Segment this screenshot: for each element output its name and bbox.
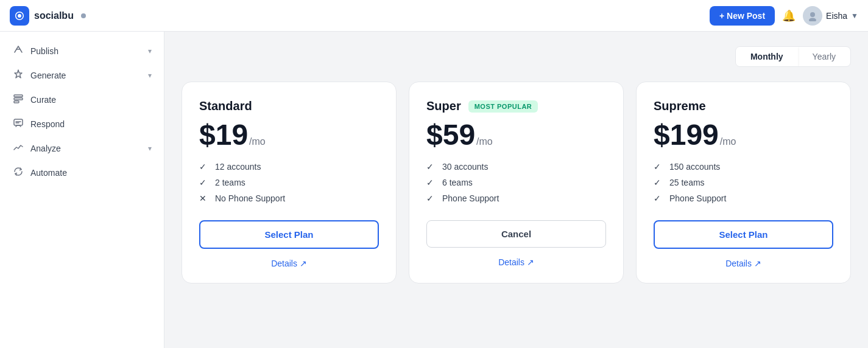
- feature-item-super-2: ✓Phone Support: [426, 193, 606, 203]
- sidebar-item-publish[interactable]: Publish ▾: [0, 39, 164, 63]
- sidebar-item-curate[interactable]: Curate: [0, 88, 164, 112]
- logo-icon: [10, 6, 29, 26]
- new-post-button[interactable]: + New Post: [710, 6, 775, 26]
- feature-item-standard-1: ✓2 teams: [199, 178, 379, 187]
- cta-button-super[interactable]: Cancel: [426, 220, 606, 248]
- sidebar-item-generate[interactable]: Generate ▾: [0, 63, 164, 88]
- plan-header-super: SuperMOST POPULAR: [426, 99, 606, 113]
- sidebar-label-automate: Automate: [30, 168, 152, 178]
- publish-icon: [12, 45, 24, 57]
- feature-item-super-0: ✓30 accounts: [426, 162, 606, 172]
- svg-rect-5: [14, 101, 19, 103]
- check-icon-supreme-1: ✓: [654, 178, 663, 187]
- price-amount-supreme: $199: [654, 120, 719, 150]
- price-amount-super: $59: [426, 120, 475, 150]
- check-icon-standard-1: ✓: [199, 178, 209, 187]
- feature-item-standard-2: ✕No Phone Support: [199, 193, 379, 203]
- svg-rect-4: [14, 98, 23, 100]
- billing-toggle: Monthly Yearly: [182, 46, 851, 67]
- check-icon-supreme-0: ✓: [654, 162, 663, 172]
- plan-name-standard: Standard: [199, 99, 252, 113]
- plan-card-standard: Standard$19/mo✓12 accounts✓2 teams✕No Ph…: [182, 82, 397, 284]
- feature-text-super-0: 30 accounts: [442, 162, 489, 172]
- bell-icon[interactable]: 🔔: [782, 9, 796, 23]
- svg-rect-6: [14, 119, 23, 125]
- plan-header-standard: Standard: [199, 99, 379, 113]
- nav-actions: + New Post 🔔 Eisha ▼: [710, 6, 858, 26]
- check-icon-super-1: ✓: [426, 178, 436, 187]
- sidebar: Publish ▾ Generate ▾ Curate: [0, 32, 164, 348]
- feature-text-super-2: Phone Support: [442, 193, 499, 203]
- plan-header-supreme: Supreme: [654, 99, 833, 113]
- feature-item-super-1: ✓6 teams: [426, 178, 606, 187]
- check-icon-super-0: ✓: [426, 162, 436, 172]
- monthly-toggle-button[interactable]: Monthly: [736, 47, 798, 66]
- price-period-supreme: /mo: [720, 136, 736, 147]
- logo-dot: [81, 13, 86, 18]
- svg-point-2: [809, 18, 816, 21]
- analyze-chevron-icon: ▾: [148, 144, 152, 153]
- price-period-standard: /mo: [249, 136, 266, 147]
- feature-text-super-1: 6 teams: [442, 178, 473, 187]
- check-icon-super-2: ✓: [426, 193, 436, 203]
- sidebar-item-automate[interactable]: Automate: [0, 161, 164, 185]
- sidebar-label-curate: Curate: [30, 95, 152, 105]
- avatar-area[interactable]: Eisha ▼: [803, 6, 858, 26]
- cross-icon-standard-2: ✕: [199, 193, 209, 203]
- feature-item-supreme-1: ✓25 teams: [654, 178, 833, 187]
- sidebar-item-respond[interactable]: Respond: [0, 112, 164, 136]
- most-popular-badge-super: MOST POPULAR: [468, 100, 538, 113]
- content-area: Monthly Yearly Standard$19/mo✓12 account…: [164, 32, 868, 348]
- feature-item-standard-0: ✓12 accounts: [199, 162, 379, 172]
- feature-text-standard-1: 2 teams: [215, 178, 245, 187]
- billing-toggle-group: Monthly Yearly: [735, 46, 851, 67]
- cta-button-supreme[interactable]: Select Plan: [654, 220, 833, 249]
- details-link-supreme[interactable]: Details ↗: [654, 259, 833, 268]
- plan-features-standard: ✓12 accounts✓2 teams✕No Phone Support: [199, 162, 379, 203]
- plan-price-supreme: $199/mo: [654, 120, 833, 150]
- plan-price-standard: $19/mo: [199, 120, 379, 150]
- sidebar-label-respond: Respond: [30, 119, 152, 129]
- analyze-icon: [12, 142, 24, 155]
- plan-card-supreme: Supreme$199/mo✓150 accounts✓25 teams✓Pho…: [636, 82, 851, 284]
- feature-text-standard-2: No Phone Support: [215, 193, 285, 203]
- feature-text-supreme-1: 25 teams: [669, 178, 705, 187]
- plan-name-supreme: Supreme: [654, 99, 706, 113]
- sidebar-label-analyze: Analyze: [30, 144, 142, 153]
- feature-text-supreme-0: 150 accounts: [669, 162, 720, 172]
- topnav: socialbu + New Post 🔔 Eisha ▼: [0, 0, 868, 32]
- svg-rect-3: [14, 95, 23, 97]
- feature-item-supreme-2: ✓Phone Support: [654, 193, 833, 203]
- cta-button-standard[interactable]: Select Plan: [199, 220, 379, 249]
- logo-name: socialbu: [34, 10, 74, 21]
- sidebar-label-publish: Publish: [30, 46, 142, 56]
- check-icon-supreme-2: ✓: [654, 193, 663, 203]
- svg-point-0: [18, 14, 21, 18]
- plans-grid: Standard$19/mo✓12 accounts✓2 teams✕No Ph…: [182, 82, 851, 284]
- plan-name-super: Super: [426, 99, 461, 113]
- curate-icon: [12, 94, 24, 106]
- svg-point-1: [810, 12, 815, 17]
- respond-icon: [12, 118, 24, 130]
- details-link-standard[interactable]: Details ↗: [199, 259, 379, 268]
- yearly-toggle-button[interactable]: Yearly: [798, 47, 850, 66]
- details-link-super[interactable]: Details ↗: [426, 257, 606, 267]
- main-layout: Publish ▾ Generate ▾ Curate: [0, 32, 868, 348]
- logo-area: socialbu: [10, 6, 702, 26]
- plan-card-super: SuperMOST POPULAR$59/mo✓30 accounts✓6 te…: [409, 82, 624, 284]
- user-chevron-icon: ▼: [851, 12, 858, 20]
- feature-text-standard-0: 12 accounts: [215, 162, 261, 172]
- generate-chevron-icon: ▾: [148, 71, 152, 80]
- price-period-super: /mo: [476, 136, 493, 147]
- plan-features-super: ✓30 accounts✓6 teams✓Phone Support: [426, 162, 606, 203]
- plan-price-super: $59/mo: [426, 120, 606, 150]
- automate-icon: [12, 167, 24, 179]
- check-icon-standard-0: ✓: [199, 162, 209, 172]
- price-amount-standard: $19: [199, 120, 248, 150]
- generate-icon: [12, 69, 24, 82]
- avatar: [803, 6, 822, 26]
- sidebar-item-analyze[interactable]: Analyze ▾: [0, 136, 164, 161]
- publish-chevron-icon: ▾: [148, 47, 152, 55]
- feature-item-supreme-0: ✓150 accounts: [654, 162, 833, 172]
- plan-features-supreme: ✓150 accounts✓25 teams✓Phone Support: [654, 162, 833, 203]
